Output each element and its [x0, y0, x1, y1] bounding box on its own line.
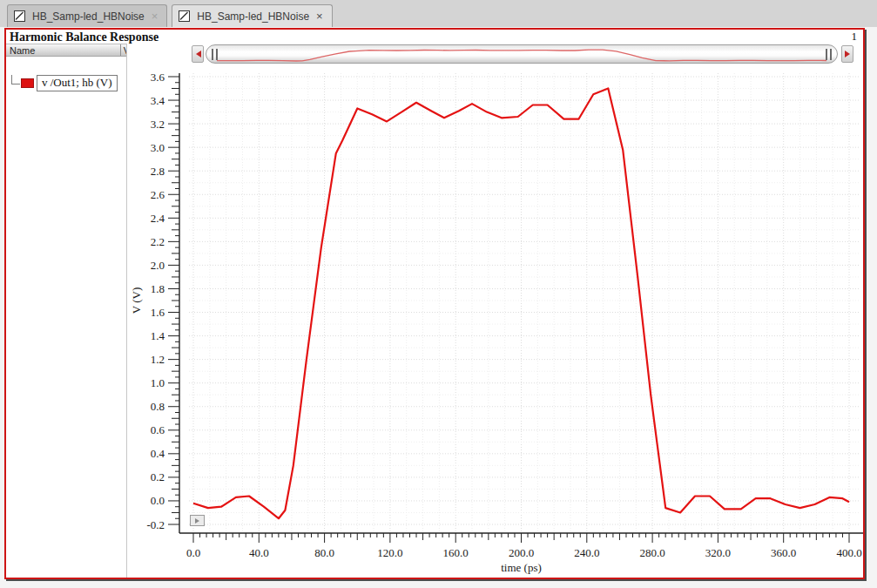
- scroll-left-button[interactable]: [192, 45, 204, 63]
- right-triangle-icon: [845, 51, 853, 57]
- svg-text:2.0: 2.0: [151, 259, 165, 272]
- svg-text:80.0: 80.0: [314, 546, 334, 559]
- svg-text:360.0: 360.0: [771, 546, 796, 559]
- legend-item[interactable]: v /Out1; hb (V): [11, 75, 118, 91]
- svg-text:120.0: 120.0: [377, 546, 402, 559]
- svg-text:3.0: 3.0: [151, 141, 165, 154]
- page-title: Harmonic Balance Response: [10, 30, 159, 44]
- play-button[interactable]: [190, 515, 205, 526]
- thumb-grip-left[interactable]: [212, 49, 218, 60]
- tree-elbow-icon: [11, 75, 20, 84]
- svg-text:V (V): V (V): [130, 287, 143, 314]
- thumb-grip-right[interactable]: [826, 49, 832, 60]
- plot-icon: [14, 10, 25, 22]
- svg-text:-0.2: -0.2: [146, 518, 165, 531]
- svg-text:3.2: 3.2: [151, 118, 165, 131]
- svg-text:0.2: 0.2: [151, 470, 165, 483]
- tab-label: HB_Samp-led_HBNoise: [32, 10, 145, 23]
- svg-text:0.8: 0.8: [151, 400, 165, 413]
- svg-text:320.0: 320.0: [705, 546, 731, 559]
- svg-text:40.0: 40.0: [249, 546, 269, 559]
- svg-text:1.6: 1.6: [151, 306, 165, 319]
- scroll-thumb[interactable]: [206, 44, 838, 64]
- page-number: 1: [852, 30, 858, 44]
- svg-text:3.6: 3.6: [151, 71, 165, 84]
- value-column-header: V: [120, 44, 126, 57]
- waveform-plot[interactable]: 3.63.43.23.02.82.62.42.22.01.81.61.41.21…: [126, 68, 863, 578]
- tab-label: HB_Samp-led_HBNoise: [197, 10, 309, 23]
- svg-text:0.4: 0.4: [151, 447, 165, 460]
- tab-bar: HB_Samp-led_HBNoise × HB_Samp-led_HBNois…: [0, 0, 877, 27]
- svg-text:1.4: 1.4: [151, 329, 165, 342]
- left-triangle-icon: [192, 51, 201, 57]
- close-icon[interactable]: ×: [152, 10, 159, 22]
- svg-text:1.8: 1.8: [151, 282, 165, 295]
- horizontal-zoom-scrollbar: [192, 44, 853, 64]
- svg-text:2.2: 2.2: [151, 235, 165, 248]
- svg-text:0.0: 0.0: [186, 546, 200, 559]
- scroll-right-button[interactable]: [841, 45, 853, 63]
- svg-text:2.4: 2.4: [151, 212, 165, 225]
- signal-list-panel: Name V v /Out1; hb (V): [6, 44, 127, 578]
- tab-hb-samp-led-hbnoise-1[interactable]: HB_Samp-led_HBNoise ×: [7, 4, 167, 27]
- svg-text:2.6: 2.6: [151, 188, 165, 201]
- graph-subwindow: Harmonic Balance Response 1 Name V v /Ou…: [4, 28, 865, 579]
- name-column-header[interactable]: Name V: [6, 44, 126, 57]
- svg-text:160.0: 160.0: [443, 546, 469, 559]
- minimap-svg: [217, 47, 826, 63]
- svg-text:0.6: 0.6: [151, 423, 165, 436]
- signal-color-swatch[interactable]: [21, 78, 34, 88]
- svg-text:time (ps): time (ps): [501, 561, 542, 574]
- tab-hb-samp-led-hbnoise-2[interactable]: HB_Samp-led_HBNoise ×: [172, 4, 332, 27]
- svg-text:3.4: 3.4: [151, 94, 165, 107]
- svg-text:200.0: 200.0: [509, 546, 534, 559]
- svg-text:0.0: 0.0: [151, 494, 165, 507]
- svg-text:400.0: 400.0: [836, 546, 861, 559]
- svg-text:240.0: 240.0: [574, 546, 599, 559]
- svg-text:1.2: 1.2: [151, 353, 165, 366]
- svg-text:1.0: 1.0: [151, 376, 165, 389]
- name-column-label: Name: [10, 45, 35, 56]
- svg-text:280.0: 280.0: [639, 546, 664, 559]
- signal-label[interactable]: v /Out1; hb (V): [37, 75, 118, 91]
- svg-text:2.8: 2.8: [151, 165, 165, 178]
- play-icon: [195, 518, 202, 524]
- close-icon[interactable]: ×: [316, 10, 323, 22]
- plot-icon: [179, 10, 190, 22]
